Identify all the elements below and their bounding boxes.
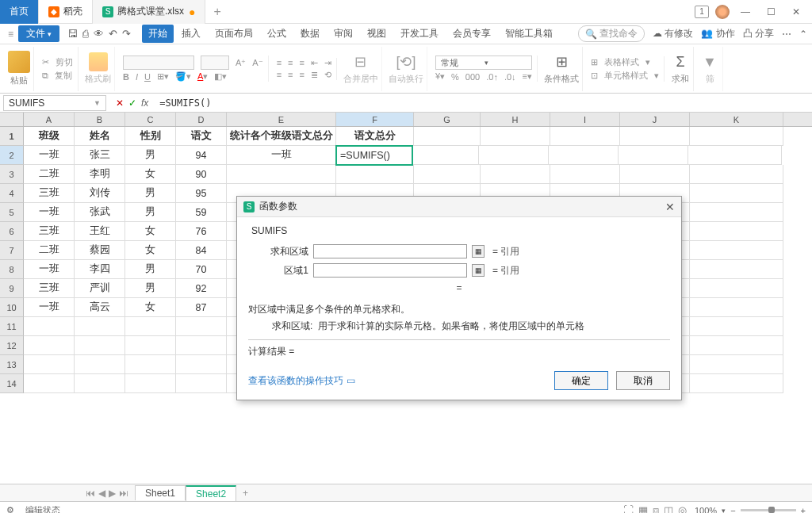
unsaved-indicator[interactable]: ☁ 有修改 bbox=[653, 27, 693, 40]
size-select[interactable] bbox=[201, 56, 229, 70]
row-header[interactable]: 9 bbox=[0, 279, 24, 298]
row-header[interactable]: 11 bbox=[0, 317, 24, 336]
save-icon[interactable]: 🖫 bbox=[67, 28, 78, 40]
cell[interactable]: 统计各个班级语文总分 bbox=[227, 127, 336, 146]
formula-input[interactable]: =SUMIFS() bbox=[155, 98, 812, 109]
merge-group[interactable]: ⊟合并居中 bbox=[340, 47, 382, 91]
cell[interactable]: 男 bbox=[125, 146, 176, 165]
cell[interactable] bbox=[336, 165, 414, 184]
preview-icon[interactable]: 👁 bbox=[94, 28, 104, 40]
tab-add[interactable]: + bbox=[205, 5, 228, 19]
menu-toggle-icon[interactable]: ≡ bbox=[5, 29, 17, 40]
cell[interactable] bbox=[479, 146, 549, 165]
cell[interactable]: 李明 bbox=[75, 165, 125, 184]
zoom-in-icon[interactable]: + bbox=[801, 506, 806, 514]
cell[interactable]: 一班 bbox=[24, 298, 75, 317]
cancel-formula-icon[interactable]: ✕ bbox=[116, 98, 124, 109]
wrap-group[interactable]: [⟲]自动换行 bbox=[385, 47, 427, 91]
cell[interactable] bbox=[227, 165, 336, 184]
cell[interactable] bbox=[24, 355, 75, 374]
cell[interactable]: 三班 bbox=[24, 222, 75, 241]
font-select[interactable] bbox=[123, 56, 194, 70]
percent-icon[interactable]: % bbox=[451, 72, 459, 82]
cell[interactable]: 70 bbox=[176, 260, 227, 279]
select-all-corner[interactable] bbox=[0, 113, 24, 127]
tab-view[interactable]: 视图 bbox=[361, 25, 393, 43]
cell[interactable]: 一班 bbox=[227, 146, 336, 165]
cell[interactable] bbox=[24, 336, 75, 355]
cell[interactable] bbox=[75, 355, 125, 374]
collapse-ribbon-icon[interactable]: ⌃ bbox=[799, 29, 807, 40]
cell[interactable]: 男 bbox=[125, 184, 176, 203]
col-header[interactable]: A bbox=[24, 113, 75, 126]
cell[interactable]: 84 bbox=[176, 241, 227, 260]
col-header[interactable]: J bbox=[620, 113, 690, 126]
minimize-button[interactable]: — bbox=[736, 4, 755, 20]
cell[interactable] bbox=[690, 317, 783, 336]
cell[interactable]: 95 bbox=[176, 184, 227, 203]
row-header[interactable]: 12 bbox=[0, 336, 24, 355]
table-style-button[interactable]: ⊞ 表格样式▾ bbox=[591, 56, 659, 68]
cell[interactable]: 班级 bbox=[24, 127, 75, 146]
cond-format-group[interactable]: ⊞条件格式 bbox=[541, 47, 583, 91]
tab-devtools[interactable]: 开发工具 bbox=[394, 25, 445, 43]
tab-smarttools[interactable]: 智能工具箱 bbox=[499, 25, 559, 43]
tab-review[interactable]: 审阅 bbox=[327, 25, 359, 43]
cell[interactable] bbox=[75, 374, 125, 393]
cell[interactable] bbox=[24, 317, 75, 336]
pagebreak-icon[interactable]: ◫ bbox=[664, 504, 673, 514]
cell[interactable]: 三班 bbox=[24, 279, 75, 298]
cell[interactable] bbox=[620, 127, 690, 146]
cell[interactable] bbox=[176, 336, 227, 355]
cell[interactable] bbox=[690, 260, 783, 279]
col-header[interactable]: K bbox=[690, 113, 783, 126]
cell[interactable] bbox=[550, 165, 620, 184]
cell[interactable]: 一班 bbox=[24, 203, 75, 222]
italic-icon[interactable]: I bbox=[136, 72, 138, 82]
cell[interactable] bbox=[414, 127, 481, 146]
cell[interactable]: 87 bbox=[176, 298, 227, 317]
range-picker-icon[interactable]: ▦ bbox=[472, 245, 485, 258]
indent-dec-icon[interactable]: ⇤ bbox=[311, 58, 318, 68]
cell[interactable]: 张三 bbox=[75, 146, 125, 165]
range-picker-icon[interactable]: ▦ bbox=[472, 264, 485, 277]
cell[interactable]: 姓名 bbox=[75, 127, 125, 146]
help-link[interactable]: 查看该函数的操作技巧 ▭ bbox=[248, 374, 355, 388]
col-header[interactable]: I bbox=[550, 113, 620, 126]
cell[interactable]: 王红 bbox=[75, 222, 125, 241]
col-header[interactable]: B bbox=[75, 113, 125, 126]
cell[interactable] bbox=[690, 279, 783, 298]
search-command[interactable]: 🔍 查找命令 bbox=[578, 25, 645, 42]
cell[interactable] bbox=[690, 355, 783, 374]
cell[interactable] bbox=[690, 165, 783, 184]
type-convert-icon[interactable]: ≡▾ bbox=[523, 71, 532, 82]
cell[interactable] bbox=[412, 146, 479, 165]
align-top-icon[interactable]: ≡ bbox=[277, 58, 282, 67]
tab-premium[interactable]: 会员专享 bbox=[446, 25, 497, 43]
file-menu[interactable]: 文件▾ bbox=[18, 25, 59, 42]
undo-icon[interactable]: ↶ bbox=[109, 28, 117, 40]
filter-group[interactable]: ▼筛 bbox=[697, 47, 723, 91]
cell[interactable]: 女 bbox=[125, 298, 176, 317]
row-header[interactable]: 5 bbox=[0, 203, 24, 222]
cell[interactable]: 男 bbox=[125, 203, 176, 222]
col-header[interactable]: F bbox=[336, 113, 414, 126]
fill-color-icon[interactable]: 🪣▾ bbox=[175, 71, 191, 82]
cell[interactable] bbox=[690, 184, 783, 203]
cell[interactable]: 性别 bbox=[125, 127, 176, 146]
more-icon[interactable]: ⋯ bbox=[782, 29, 791, 40]
record-icon[interactable]: ⚙ bbox=[6, 505, 14, 513]
cell[interactable] bbox=[549, 146, 619, 165]
row-header[interactable]: 6 bbox=[0, 222, 24, 241]
cell[interactable]: 94 bbox=[176, 146, 227, 165]
cell[interactable] bbox=[125, 317, 176, 336]
font-color-icon[interactable]: A▾ bbox=[197, 71, 208, 82]
coop-button[interactable]: 👥 协作 bbox=[701, 27, 734, 40]
col-header[interactable]: E bbox=[227, 113, 336, 126]
fx-icon[interactable]: fx bbox=[141, 98, 148, 109]
cell[interactable]: 男 bbox=[125, 279, 176, 298]
align-mid-icon[interactable]: ≡ bbox=[288, 58, 293, 67]
cell[interactable]: 92 bbox=[176, 279, 227, 298]
cell[interactable] bbox=[690, 127, 783, 146]
cell[interactable]: 女 bbox=[125, 222, 176, 241]
